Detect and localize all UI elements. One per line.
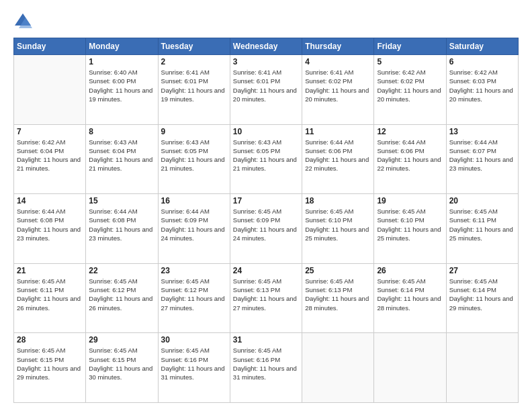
day-number: 17 [233,196,299,205]
day-info: Sunrise: 6:44 AM Sunset: 6:07 PM Dayligh… [449,138,515,173]
day-number: 23 [161,266,227,275]
day-number: 27 [449,266,515,275]
day-number: 13 [449,127,515,136]
day-number: 11 [305,127,371,136]
day-number: 5 [377,57,443,66]
logo [13,12,35,31]
calendar-cell: 22Sunrise: 6:45 AM Sunset: 6:12 PM Dayli… [86,263,158,333]
day-number: 3 [233,57,299,66]
day-info: Sunrise: 6:40 AM Sunset: 6:00 PM Dayligh… [89,68,154,103]
calendar-cell: 27Sunrise: 6:45 AM Sunset: 6:14 PM Dayli… [446,263,518,333]
calendar-cell: 28Sunrise: 6:45 AM Sunset: 6:15 PM Dayli… [14,333,86,403]
day-info: Sunrise: 6:45 AM Sunset: 6:16 PM Dayligh… [161,346,227,381]
day-number: 21 [17,266,83,275]
day-number: 31 [233,335,299,345]
day-header-saturday: Saturday [446,38,518,55]
day-info: Sunrise: 6:45 AM Sunset: 6:11 PM Dayligh… [449,207,515,242]
calendar-cell [14,55,86,125]
calendar-cell [302,333,374,403]
week-row-4: 28Sunrise: 6:45 AM Sunset: 6:15 PM Dayli… [14,333,519,403]
day-number: 2 [161,57,227,66]
day-header-thursday: Thursday [302,38,374,55]
day-info: Sunrise: 6:45 AM Sunset: 6:12 PM Dayligh… [89,277,154,312]
day-number: 16 [161,196,227,205]
logo-icon [13,12,32,31]
calendar-cell [374,333,446,403]
day-header-sunday: Sunday [14,38,86,55]
calendar-cell: 19Sunrise: 6:45 AM Sunset: 6:10 PM Dayli… [374,194,446,264]
calendar-cell: 13Sunrise: 6:44 AM Sunset: 6:07 PM Dayli… [446,124,518,194]
day-info: Sunrise: 6:45 AM Sunset: 6:12 PM Dayligh… [161,277,227,312]
day-info: Sunrise: 6:45 AM Sunset: 6:14 PM Dayligh… [449,277,515,312]
day-header-wednesday: Wednesday [230,38,302,55]
day-info: Sunrise: 6:45 AM Sunset: 6:14 PM Dayligh… [377,277,443,312]
day-number: 22 [89,266,154,275]
calendar-cell: 14Sunrise: 6:44 AM Sunset: 6:08 PM Dayli… [14,194,86,264]
calendar-table: SundayMondayTuesdayWednesdayThursdayFrid… [13,38,519,403]
day-number: 26 [377,266,443,275]
day-info: Sunrise: 6:44 AM Sunset: 6:09 PM Dayligh… [161,207,227,242]
calendar-cell: 5Sunrise: 6:42 AM Sunset: 6:02 PM Daylig… [374,55,446,125]
calendar-cell: 8Sunrise: 6:43 AM Sunset: 6:04 PM Daylig… [86,124,158,194]
day-number: 10 [233,127,299,136]
day-info: Sunrise: 6:42 AM Sunset: 6:03 PM Dayligh… [449,68,515,103]
day-number: 20 [449,196,515,205]
day-info: Sunrise: 6:45 AM Sunset: 6:16 PM Dayligh… [233,346,299,381]
day-info: Sunrise: 6:44 AM Sunset: 6:06 PM Dayligh… [377,138,443,173]
day-info: Sunrise: 6:41 AM Sunset: 6:01 PM Dayligh… [233,68,299,103]
calendar-cell: 20Sunrise: 6:45 AM Sunset: 6:11 PM Dayli… [446,194,518,264]
calendar-cell: 2Sunrise: 6:41 AM Sunset: 6:01 PM Daylig… [158,55,230,125]
calendar-cell: 9Sunrise: 6:43 AM Sunset: 6:05 PM Daylig… [158,124,230,194]
day-number: 4 [305,57,371,66]
day-number: 1 [89,57,154,66]
day-number: 15 [89,196,154,205]
day-number: 19 [377,196,443,205]
day-number: 18 [305,196,371,205]
day-info: Sunrise: 6:43 AM Sunset: 6:05 PM Dayligh… [161,138,227,173]
calendar-cell: 11Sunrise: 6:44 AM Sunset: 6:06 PM Dayli… [302,124,374,194]
header [13,12,519,31]
day-info: Sunrise: 6:41 AM Sunset: 6:01 PM Dayligh… [161,68,227,103]
week-row-2: 14Sunrise: 6:44 AM Sunset: 6:08 PM Dayli… [14,194,519,264]
day-number: 30 [161,335,227,345]
calendar-cell: 23Sunrise: 6:45 AM Sunset: 6:12 PM Dayli… [158,263,230,333]
day-info: Sunrise: 6:45 AM Sunset: 6:15 PM Dayligh… [89,346,154,381]
day-info: Sunrise: 6:44 AM Sunset: 6:08 PM Dayligh… [17,207,83,242]
day-number: 14 [17,196,83,205]
day-header-friday: Friday [374,38,446,55]
calendar-cell: 26Sunrise: 6:45 AM Sunset: 6:14 PM Dayli… [374,263,446,333]
calendar-cell: 10Sunrise: 6:43 AM Sunset: 6:05 PM Dayli… [230,124,302,194]
day-number: 28 [17,335,83,345]
day-info: Sunrise: 6:45 AM Sunset: 6:15 PM Dayligh… [17,346,83,381]
day-number: 8 [89,127,154,136]
day-info: Sunrise: 6:44 AM Sunset: 6:06 PM Dayligh… [305,138,371,173]
day-number: 29 [89,335,154,345]
day-info: Sunrise: 6:42 AM Sunset: 6:04 PM Dayligh… [17,138,83,173]
day-info: Sunrise: 6:45 AM Sunset: 6:10 PM Dayligh… [305,207,371,242]
day-info: Sunrise: 6:43 AM Sunset: 6:05 PM Dayligh… [233,138,299,173]
day-info: Sunrise: 6:41 AM Sunset: 6:02 PM Dayligh… [305,68,371,103]
day-number: 9 [161,127,227,136]
day-number: 24 [233,266,299,275]
week-row-1: 7Sunrise: 6:42 AM Sunset: 6:04 PM Daylig… [14,124,519,194]
week-row-0: 1Sunrise: 6:40 AM Sunset: 6:00 PM Daylig… [14,55,519,125]
page: SundayMondayTuesdayWednesdayThursdayFrid… [0,0,532,411]
calendar-cell: 24Sunrise: 6:45 AM Sunset: 6:13 PM Dayli… [230,263,302,333]
day-info: Sunrise: 6:43 AM Sunset: 6:04 PM Dayligh… [89,138,154,173]
calendar-cell: 15Sunrise: 6:44 AM Sunset: 6:08 PM Dayli… [86,194,158,264]
day-number: 6 [449,57,515,66]
calendar-cell: 30Sunrise: 6:45 AM Sunset: 6:16 PM Dayli… [158,333,230,403]
calendar-cell: 4Sunrise: 6:41 AM Sunset: 6:02 PM Daylig… [302,55,374,125]
calendar-cell: 12Sunrise: 6:44 AM Sunset: 6:06 PM Dayli… [374,124,446,194]
day-header-tuesday: Tuesday [158,38,230,55]
day-info: Sunrise: 6:42 AM Sunset: 6:02 PM Dayligh… [377,68,443,103]
day-info: Sunrise: 6:45 AM Sunset: 6:11 PM Dayligh… [17,277,83,312]
calendar-header-row: SundayMondayTuesdayWednesdayThursdayFrid… [14,38,519,55]
day-info: Sunrise: 6:44 AM Sunset: 6:08 PM Dayligh… [89,207,154,242]
calendar-cell: 18Sunrise: 6:45 AM Sunset: 6:10 PM Dayli… [302,194,374,264]
week-row-3: 21Sunrise: 6:45 AM Sunset: 6:11 PM Dayli… [14,263,519,333]
day-number: 25 [305,266,371,275]
calendar-cell: 21Sunrise: 6:45 AM Sunset: 6:11 PM Dayli… [14,263,86,333]
day-info: Sunrise: 6:45 AM Sunset: 6:13 PM Dayligh… [233,277,299,312]
day-number: 12 [377,127,443,136]
